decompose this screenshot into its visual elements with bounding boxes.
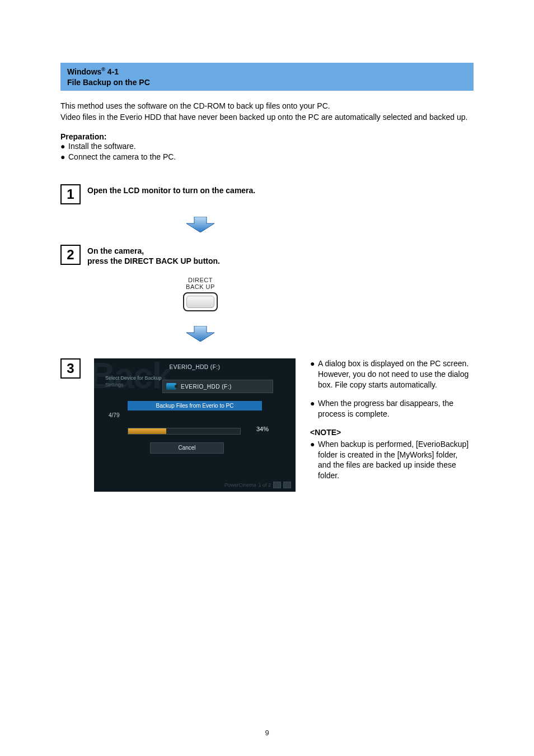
progress-percent: 34%: [256, 426, 269, 432]
note-bullet-1-text: A dialog box is displayed on the PC scre…: [318, 358, 472, 390]
prep-item-1-text: Install the software.: [68, 141, 136, 152]
down-arrow-icon: [186, 217, 214, 232]
screenshot-select-label: Select Device for Backup: [105, 375, 162, 381]
note-bullet-2-text: When the progress bar disappears, the pr…: [318, 398, 472, 419]
brand-icon: [283, 482, 291, 488]
step-2-line2: press the DIRECT BACK UP button.: [87, 256, 220, 265]
preparation-heading: Preparation:: [60, 132, 474, 141]
step-3: 3 Back EVERIO_HDD (F:) Select Device for…: [60, 358, 474, 492]
prep-item-1: ● Install the software.: [60, 141, 474, 152]
note-bullet-3-text: When backup is performed, [EverioBackup]…: [318, 439, 472, 482]
section-title-bar: Windows® 4-1 File Backup on the PC: [60, 63, 474, 91]
arrow-2: [88, 326, 312, 342]
intro-p1: This method uses the software on the CD-…: [60, 101, 330, 110]
step-3-notes: ● A dialog box is displayed on the PC sc…: [310, 358, 472, 481]
direct-backup-label: DIRECT BACK UP: [183, 277, 218, 290]
title-line1-post: 4-1: [105, 67, 119, 76]
progress-bar: [128, 428, 241, 435]
device-dropdown-text: EVERIO_HDD (F:): [181, 384, 232, 390]
page-number: 9: [0, 729, 534, 737]
screenshot-settings-label: Settings: [105, 382, 124, 388]
direct-backup-key-icon: [183, 292, 218, 311]
svg-marker-0: [186, 217, 214, 232]
brand-icon: [273, 482, 281, 488]
note-heading: <NOTE>: [310, 427, 472, 438]
title-line2: File Backup on the PC: [67, 78, 150, 87]
intro-p2: Video files in the Everio HDD that have …: [60, 113, 467, 122]
direct-backup-figure: DIRECT BACK UP: [88, 277, 312, 311]
brand-text: PowerCinema: [224, 482, 256, 488]
brand-page: 1 of 2: [258, 482, 271, 488]
intro-text: This method uses the software on the CD-…: [60, 101, 474, 123]
svg-marker-1: [186, 326, 214, 342]
preparation-list: ● Install the software. ● Connect the ca…: [60, 141, 474, 163]
bullet-dot: ●: [310, 439, 318, 482]
backup-status-bar: Backup Files from Everio to PC: [128, 401, 262, 410]
note-bullet-1: ● A dialog box is displayed on the PC sc…: [310, 358, 472, 390]
step-2-text: On the camera, press the DIRECT BACK UP …: [87, 245, 220, 266]
page: Windows® 4-1 File Backup on the PC This …: [0, 0, 534, 756]
step-number-1: 1: [60, 184, 81, 204]
arrow-1: [88, 217, 312, 232]
step-2-line1: On the camera,: [87, 246, 144, 255]
screenshot-title: EVERIO_HDD (F:): [94, 364, 296, 370]
step-1: 1 Open the LCD monitor to turn on the ca…: [60, 184, 474, 204]
step-2: 2 On the camera, press the DIRECT BACK U…: [60, 245, 474, 266]
backup-count: 4/79: [109, 412, 119, 418]
backup-screenshot: Back EVERIO_HDD (F:) Select Device for B…: [94, 358, 296, 492]
bullet-dot: ●: [60, 152, 68, 163]
note-bullet-3: ● When backup is performed, [EverioBacku…: [310, 439, 472, 482]
bullet-dot: ●: [310, 358, 318, 390]
bullet-dot: ●: [60, 141, 68, 152]
title-line1-sup: ®: [101, 67, 105, 72]
screenshot-branding: PowerCinema 1 of 2: [224, 482, 291, 488]
step-number-2: 2: [60, 245, 81, 265]
camcorder-icon: [166, 383, 176, 390]
progress-bar-fill: [128, 428, 166, 434]
down-arrow-icon: [186, 326, 214, 342]
prep-item-2-text: Connect the camera to the PC.: [68, 152, 176, 163]
step-1-text: Open the LCD monitor to turn on the came…: [87, 184, 255, 195]
title-line1-pre: Windows: [67, 67, 101, 76]
device-dropdown[interactable]: EVERIO_HDD (F:): [162, 380, 273, 393]
prep-item-2: ● Connect the camera to the PC.: [60, 152, 474, 163]
note-bullet-2: ● When the progress bar disappears, the …: [310, 398, 472, 419]
cancel-button[interactable]: Cancel: [150, 442, 224, 454]
step-number-3: 3: [60, 358, 81, 379]
bullet-dot: ●: [310, 398, 318, 419]
